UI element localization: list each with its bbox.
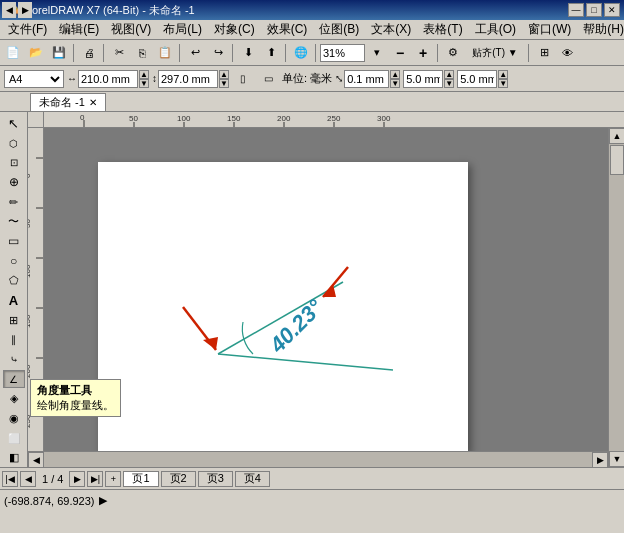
open-button[interactable]: 📂	[25, 42, 47, 64]
scroll-down-button[interactable]: ▼	[609, 451, 624, 467]
minimize-button[interactable]: —	[568, 3, 584, 17]
publish-button[interactable]: 🌐	[290, 42, 312, 64]
page-next-button[interactable]: ▶	[69, 471, 85, 487]
parallel-tool[interactable]: ∥	[3, 330, 25, 349]
redo-button[interactable]: ↪	[207, 42, 229, 64]
nudge-input[interactable]	[344, 70, 389, 88]
document-tab[interactable]: 未命名 -1 ✕	[30, 93, 106, 111]
add-page-button[interactable]: +	[105, 471, 121, 487]
lmargin-up[interactable]: ▲	[444, 70, 454, 79]
zoom-in[interactable]: +	[412, 42, 434, 64]
fill-tool[interactable]: ◧	[3, 448, 25, 467]
zoom-dropdown[interactable]: ▾	[366, 42, 388, 64]
export-button[interactable]: ⬆	[260, 42, 282, 64]
page-tab-3[interactable]: 页3	[198, 471, 233, 487]
main-area: ↖ ⬡ ⊡ ⊕ ✏ 〜 ▭ ○ ⬠ A ⊞ ∥ ⤷ ∠ ◈ ◉ ⬜ ◧ 0	[0, 112, 624, 467]
scroll-thumb[interactable]	[610, 145, 624, 175]
rect-tool[interactable]: ▭	[3, 232, 25, 251]
menu-help[interactable]: 帮助(H)	[577, 19, 624, 40]
nudge-down[interactable]: ▼	[390, 79, 400, 88]
right-margin-input[interactable]	[457, 70, 497, 88]
titlebar-controls: — □ ✕	[568, 3, 620, 17]
menu-table[interactable]: 表格(T)	[417, 19, 468, 40]
crop-tool[interactable]: ⊡	[3, 153, 25, 172]
undo-button[interactable]: ↩	[184, 42, 206, 64]
svg-text:150: 150	[227, 114, 241, 123]
page-last-button[interactable]: ▶|	[87, 471, 103, 487]
ellipse-tool[interactable]: ○	[3, 252, 25, 271]
status-indicator[interactable]: ▶	[99, 494, 107, 507]
view-button[interactable]: 👁	[556, 42, 578, 64]
menu-object[interactable]: 对象(C)	[208, 19, 261, 40]
close-button[interactable]: ✕	[604, 3, 620, 17]
tab-next[interactable]: ▶	[18, 2, 32, 18]
height-down[interactable]: ▼	[219, 79, 229, 88]
menu-bitmap[interactable]: 位图(B)	[313, 19, 365, 40]
rmargin-up[interactable]: ▲	[498, 70, 508, 79]
freehand-tool[interactable]: ✏	[3, 193, 25, 212]
paper-size-select[interactable]: A4	[4, 70, 64, 88]
menu-text[interactable]: 文本(X)	[365, 19, 417, 40]
menu-effects[interactable]: 效果(C)	[261, 19, 314, 40]
menu-layout[interactable]: 布局(L)	[157, 19, 208, 40]
height-up[interactable]: ▲	[219, 70, 229, 79]
options-button[interactable]: ⚙	[442, 42, 464, 64]
landscape-button[interactable]: ▭	[257, 68, 279, 90]
svg-text:0: 0	[28, 173, 32, 178]
connector-tool[interactable]: ⤷	[3, 350, 25, 369]
menu-file[interactable]: 文件(F)	[2, 19, 53, 40]
polygon-tool[interactable]: ⬠	[3, 271, 25, 290]
menu-tools[interactable]: 工具(O)	[469, 19, 522, 40]
smart-tool[interactable]: 〜	[3, 212, 25, 231]
print-button[interactable]: 🖨	[78, 42, 100, 64]
scroll-track[interactable]	[609, 144, 624, 451]
canvas-area[interactable]: 0 50 100 150 200 250 300 0	[28, 112, 624, 467]
nudge-up[interactable]: ▲	[390, 70, 400, 79]
hscroll-left-button[interactable]: ◀	[28, 452, 44, 468]
width-up[interactable]: ▲	[139, 70, 149, 79]
arrow3	[60, 382, 83, 413]
cut-button[interactable]: ✂	[108, 42, 130, 64]
page-first-button[interactable]: |◀	[2, 471, 18, 487]
pointer-tool[interactable]: ↖	[3, 114, 25, 133]
hscroll-right-button[interactable]: ▶	[592, 452, 608, 468]
zoom-out[interactable]: −	[389, 42, 411, 64]
dimension-tool[interactable]: ∠	[3, 370, 25, 389]
maximize-button[interactable]: □	[586, 3, 602, 17]
zoom-input[interactable]	[320, 44, 365, 62]
table-tool[interactable]: ⊞	[3, 311, 25, 330]
hscroll-track[interactable]	[44, 452, 592, 467]
import-button[interactable]: ⬇	[237, 42, 259, 64]
menu-window[interactable]: 窗口(W)	[522, 19, 577, 40]
page-tab-1[interactable]: 页1	[123, 471, 158, 487]
portrait-button[interactable]: ▯	[232, 68, 254, 90]
paste-button[interactable]: 📋	[154, 42, 176, 64]
height-input[interactable]	[158, 70, 218, 88]
eyedropper-tool[interactable]: ◉	[3, 409, 25, 428]
copy-button[interactable]: ⎘	[131, 42, 153, 64]
scroll-up-button[interactable]: ▲	[609, 128, 624, 144]
new-button[interactable]: 📄	[2, 42, 24, 64]
outline-tool[interactable]: ⬜	[3, 429, 25, 448]
menu-view[interactable]: 视图(V)	[105, 19, 157, 40]
tab-close-button[interactable]: ✕	[89, 97, 97, 108]
width-input[interactable]	[78, 70, 138, 88]
interactive-tool[interactable]: ◈	[3, 389, 25, 408]
text-tool[interactable]: A	[3, 291, 25, 310]
snap-button[interactable]: 贴齐(T) ▼	[465, 42, 525, 64]
menu-edit[interactable]: 编辑(E)	[53, 19, 105, 40]
zoom-tool[interactable]: ⊕	[3, 173, 25, 192]
width-down[interactable]: ▼	[139, 79, 149, 88]
guide-button[interactable]: ⊞	[533, 42, 555, 64]
lmargin-down[interactable]: ▼	[444, 79, 454, 88]
horizontal-scrollbar[interactable]: ◀ ▶	[28, 451, 608, 467]
page-tab-2[interactable]: 页2	[161, 471, 196, 487]
left-margin-input[interactable]	[403, 70, 443, 88]
save-button[interactable]: 💾	[48, 42, 70, 64]
page-tab-4[interactable]: 页4	[235, 471, 270, 487]
tab-prev[interactable]: ◀	[2, 2, 16, 18]
page-prev-button[interactable]: ◀	[20, 471, 36, 487]
node-tool[interactable]: ⬡	[3, 134, 25, 153]
rmargin-down[interactable]: ▼	[498, 79, 508, 88]
vertical-scrollbar[interactable]: ▲ ▼	[608, 128, 624, 467]
